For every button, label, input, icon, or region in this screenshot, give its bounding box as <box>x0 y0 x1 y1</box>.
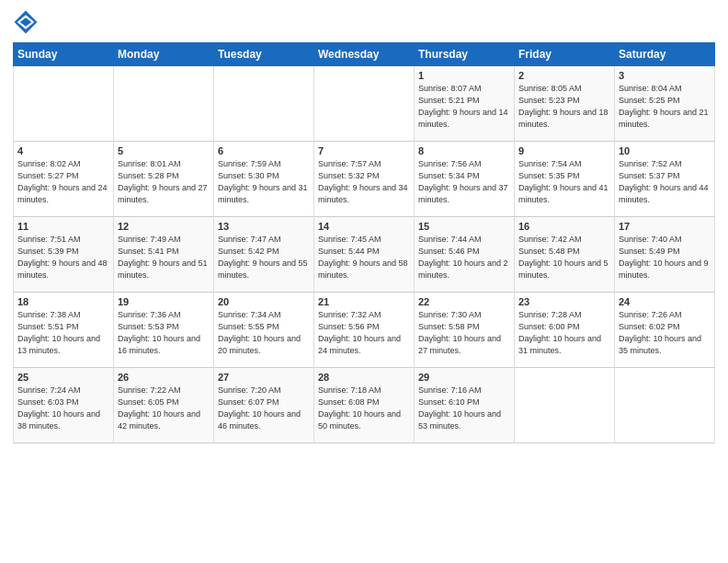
day-number: 7 <box>318 145 410 156</box>
day-info: Sunrise: 7:54 AMSunset: 5:35 PMDaylight:… <box>518 158 610 206</box>
calendar-cell: 4Sunrise: 8:02 AMSunset: 5:27 PMDaylight… <box>14 142 114 217</box>
calendar-week-row: 25Sunrise: 7:24 AMSunset: 6:03 PMDayligh… <box>14 368 715 443</box>
header <box>13 9 715 35</box>
calendar-table: SundayMondayTuesdayWednesdayThursdayFrid… <box>13 42 715 443</box>
day-number: 15 <box>418 221 510 232</box>
calendar-cell: 28Sunrise: 7:18 AMSunset: 6:08 PMDayligh… <box>314 368 415 443</box>
calendar-cell: 26Sunrise: 7:22 AMSunset: 6:05 PMDayligh… <box>114 368 214 443</box>
calendar-cell: 16Sunrise: 7:42 AMSunset: 5:48 PMDayligh… <box>515 217 615 293</box>
day-info: Sunrise: 7:57 AMSunset: 5:32 PMDaylight:… <box>318 158 410 206</box>
day-info: Sunrise: 7:28 AMSunset: 6:00 PMDaylight:… <box>518 309 610 357</box>
day-info: Sunrise: 7:40 AMSunset: 5:49 PMDaylight:… <box>619 234 711 282</box>
day-number: 2 <box>518 70 610 81</box>
weekday-header: Wednesday <box>314 43 415 66</box>
day-number: 5 <box>118 145 210 156</box>
day-number: 29 <box>418 372 510 383</box>
calendar-cell <box>615 368 715 443</box>
day-info: Sunrise: 7:42 AMSunset: 5:48 PMDaylight:… <box>518 234 610 282</box>
calendar-cell: 5Sunrise: 8:01 AMSunset: 5:28 PMDaylight… <box>114 142 214 217</box>
weekday-header: Sunday <box>14 43 114 66</box>
calendar-cell: 12Sunrise: 7:49 AMSunset: 5:41 PMDayligh… <box>114 217 214 293</box>
calendar-cell: 11Sunrise: 7:51 AMSunset: 5:39 PMDayligh… <box>14 217 114 293</box>
calendar-cell: 18Sunrise: 7:38 AMSunset: 5:51 PMDayligh… <box>14 293 114 368</box>
calendar-cell: 7Sunrise: 7:57 AMSunset: 5:32 PMDaylight… <box>314 142 415 217</box>
day-info: Sunrise: 7:59 AMSunset: 5:30 PMDaylight:… <box>218 158 310 206</box>
day-number: 9 <box>518 145 610 156</box>
calendar-week-row: 4Sunrise: 8:02 AMSunset: 5:27 PMDaylight… <box>14 142 715 217</box>
day-info: Sunrise: 7:20 AMSunset: 6:07 PMDaylight:… <box>218 385 310 432</box>
calendar-cell: 20Sunrise: 7:34 AMSunset: 5:55 PMDayligh… <box>214 293 314 368</box>
day-info: Sunrise: 7:56 AMSunset: 5:34 PMDaylight:… <box>418 158 510 206</box>
calendar-cell: 23Sunrise: 7:28 AMSunset: 6:00 PMDayligh… <box>515 293 615 368</box>
day-number: 11 <box>17 221 109 232</box>
day-info: Sunrise: 8:05 AMSunset: 5:23 PMDaylight:… <box>518 83 610 131</box>
calendar-cell <box>214 66 314 142</box>
day-number: 3 <box>619 70 711 81</box>
calendar-cell: 9Sunrise: 7:54 AMSunset: 5:35 PMDaylight… <box>515 142 615 217</box>
logo-icon <box>13 9 39 35</box>
calendar-cell: 13Sunrise: 7:47 AMSunset: 5:42 PMDayligh… <box>214 217 314 293</box>
day-info: Sunrise: 7:49 AMSunset: 5:41 PMDaylight:… <box>118 234 210 282</box>
day-number: 8 <box>418 145 510 156</box>
day-info: Sunrise: 7:51 AMSunset: 5:39 PMDaylight:… <box>17 234 109 282</box>
day-info: Sunrise: 7:16 AMSunset: 6:10 PMDaylight:… <box>418 385 510 432</box>
calendar-cell: 27Sunrise: 7:20 AMSunset: 6:07 PMDayligh… <box>214 368 314 443</box>
calendar-week-row: 11Sunrise: 7:51 AMSunset: 5:39 PMDayligh… <box>14 217 715 293</box>
day-info: Sunrise: 7:34 AMSunset: 5:55 PMDaylight:… <box>218 309 310 357</box>
day-info: Sunrise: 7:24 AMSunset: 6:03 PMDaylight:… <box>17 385 109 432</box>
day-info: Sunrise: 7:36 AMSunset: 5:53 PMDaylight:… <box>118 309 210 357</box>
day-number: 16 <box>518 221 610 232</box>
day-number: 6 <box>218 145 310 156</box>
calendar-cell: 22Sunrise: 7:30 AMSunset: 5:58 PMDayligh… <box>415 293 515 368</box>
day-number: 21 <box>318 296 410 307</box>
calendar-cell: 21Sunrise: 7:32 AMSunset: 5:56 PMDayligh… <box>314 293 415 368</box>
day-number: 4 <box>17 145 109 156</box>
day-info: Sunrise: 7:30 AMSunset: 5:58 PMDaylight:… <box>418 309 510 357</box>
calendar-cell: 17Sunrise: 7:40 AMSunset: 5:49 PMDayligh… <box>615 217 715 293</box>
calendar-cell: 10Sunrise: 7:52 AMSunset: 5:37 PMDayligh… <box>615 142 715 217</box>
day-number: 20 <box>218 296 310 307</box>
weekday-header: Friday <box>515 43 615 66</box>
calendar-cell <box>14 66 114 142</box>
calendar-cell: 25Sunrise: 7:24 AMSunset: 6:03 PMDayligh… <box>14 368 114 443</box>
day-info: Sunrise: 8:04 AMSunset: 5:25 PMDaylight:… <box>619 83 711 131</box>
logo <box>13 9 40 35</box>
day-info: Sunrise: 7:26 AMSunset: 6:02 PMDaylight:… <box>619 309 711 357</box>
day-info: Sunrise: 7:18 AMSunset: 6:08 PMDaylight:… <box>318 385 410 432</box>
day-number: 24 <box>619 296 711 307</box>
weekday-header: Saturday <box>615 43 715 66</box>
day-info: Sunrise: 7:38 AMSunset: 5:51 PMDaylight:… <box>17 309 109 357</box>
calendar-cell: 1Sunrise: 8:07 AMSunset: 5:21 PMDaylight… <box>415 66 515 142</box>
day-number: 12 <box>118 221 210 232</box>
calendar-cell: 14Sunrise: 7:45 AMSunset: 5:44 PMDayligh… <box>314 217 415 293</box>
weekday-header: Monday <box>114 43 214 66</box>
day-info: Sunrise: 7:22 AMSunset: 6:05 PMDaylight:… <box>118 385 210 432</box>
day-number: 19 <box>118 296 210 307</box>
calendar-cell <box>314 66 415 142</box>
day-number: 17 <box>619 221 711 232</box>
day-number: 27 <box>218 372 310 383</box>
day-info: Sunrise: 7:45 AMSunset: 5:44 PMDaylight:… <box>318 234 410 282</box>
weekday-header-row: SundayMondayTuesdayWednesdayThursdayFrid… <box>14 43 715 66</box>
calendar-cell: 2Sunrise: 8:05 AMSunset: 5:23 PMDaylight… <box>515 66 615 142</box>
day-number: 1 <box>418 70 510 81</box>
day-number: 13 <box>218 221 310 232</box>
day-number: 25 <box>17 372 109 383</box>
calendar-cell: 29Sunrise: 7:16 AMSunset: 6:10 PMDayligh… <box>415 368 515 443</box>
calendar-cell: 15Sunrise: 7:44 AMSunset: 5:46 PMDayligh… <box>415 217 515 293</box>
calendar-container: SundayMondayTuesdayWednesdayThursdayFrid… <box>0 0 728 449</box>
day-number: 26 <box>118 372 210 383</box>
day-number: 14 <box>318 221 410 232</box>
calendar-cell <box>515 368 615 443</box>
calendar-cell: 24Sunrise: 7:26 AMSunset: 6:02 PMDayligh… <box>615 293 715 368</box>
day-info: Sunrise: 7:47 AMSunset: 5:42 PMDaylight:… <box>218 234 310 282</box>
calendar-cell: 8Sunrise: 7:56 AMSunset: 5:34 PMDaylight… <box>415 142 515 217</box>
day-number: 23 <box>518 296 610 307</box>
day-number: 18 <box>17 296 109 307</box>
calendar-cell: 6Sunrise: 7:59 AMSunset: 5:30 PMDaylight… <box>214 142 314 217</box>
weekday-header: Thursday <box>415 43 515 66</box>
day-info: Sunrise: 8:02 AMSunset: 5:27 PMDaylight:… <box>17 158 109 206</box>
day-info: Sunrise: 7:52 AMSunset: 5:37 PMDaylight:… <box>619 158 711 206</box>
day-info: Sunrise: 8:01 AMSunset: 5:28 PMDaylight:… <box>118 158 210 206</box>
day-number: 10 <box>619 145 711 156</box>
